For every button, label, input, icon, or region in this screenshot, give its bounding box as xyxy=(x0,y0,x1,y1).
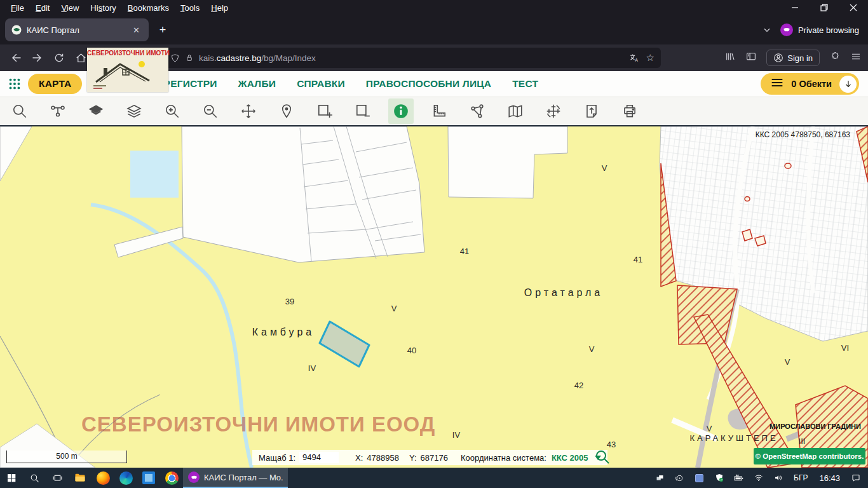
objects-badge[interactable]: 0 Обекти xyxy=(761,73,859,95)
app-menu-hamburger-icon[interactable] xyxy=(850,51,862,65)
browser-menu-bar: FileEditViewHistoryBookmarksToolsHelp xyxy=(0,0,868,15)
sign-in-label: Sign in xyxy=(787,53,813,63)
search-tool[interactable] xyxy=(7,98,32,124)
bookmark-star-icon[interactable]: ☆ xyxy=(646,52,654,64)
windows-taskbar: КАИС Портал — Mo... БГР 16:43 xyxy=(0,468,868,488)
sidebar-icon[interactable] xyxy=(745,51,757,65)
objects-menu-icon xyxy=(771,78,783,90)
locate-pin-tool[interactable] xyxy=(274,98,299,124)
firefox-taskbar-icon[interactable] xyxy=(92,468,114,488)
pan-tool[interactable] xyxy=(236,98,261,124)
extensions-puzzle-icon[interactable] xyxy=(829,51,841,65)
coordinate-grid-tool[interactable] xyxy=(541,98,566,124)
objects-count-label: 0 Обекти xyxy=(791,79,832,89)
library-icon[interactable] xyxy=(724,51,736,65)
tab-kais-portal[interactable]: КАИС Портал ✕ xyxy=(5,18,149,41)
site-favicon xyxy=(11,25,22,35)
window-controls xyxy=(780,0,868,15)
map-status-bar: Мащаб 1: 9494 X: 4788958 Y: 687176 Коорд… xyxy=(252,450,607,465)
taskbar-search-icon[interactable] xyxy=(23,468,46,488)
zoom-in-tool[interactable] xyxy=(159,98,185,124)
menu-tools[interactable]: Tools xyxy=(175,3,205,13)
apps-grid-icon[interactable] xyxy=(8,77,22,91)
url-bar[interactable]: kais.cadastre.bg/bg/Map/Index A ☆ xyxy=(95,48,661,68)
chrome-taskbar-icon[interactable] xyxy=(160,468,183,488)
scale-input[interactable]: 9494 xyxy=(299,452,339,463)
forward-button[interactable] xyxy=(28,48,47,67)
tab-close-icon[interactable]: ✕ xyxy=(130,24,142,36)
tray-display-icon[interactable] xyxy=(671,468,688,488)
start-button[interactable] xyxy=(0,468,23,488)
private-browsing-badge: Private browsing xyxy=(780,24,859,36)
action-center-icon[interactable] xyxy=(847,468,864,488)
x-value: 4788958 xyxy=(367,453,399,463)
nav-item-zhalbi[interactable]: ЖАЛБИ xyxy=(238,78,276,90)
menu-bar-items: FileEditViewHistoryBookmarksToolsHelp xyxy=(5,3,234,13)
identify-info-tool[interactable] xyxy=(388,98,414,124)
nav-item-spravki[interactable]: СПРАВКИ xyxy=(297,78,345,90)
company-logo-title: СЕВЕРОИЗТОЧНИ ИМОТИ xyxy=(87,50,168,57)
export-tool[interactable] xyxy=(579,98,604,124)
menu-file[interactable]: File xyxy=(5,3,30,13)
shield-icon[interactable] xyxy=(170,53,180,63)
map-sheets-tool[interactable] xyxy=(503,98,528,124)
reload-button[interactable] xyxy=(50,48,69,67)
active-window-title: КАИС Портал — Mo... xyxy=(204,473,283,482)
menu-edit[interactable]: Edit xyxy=(30,3,55,13)
lock-icon[interactable] xyxy=(185,53,194,62)
nav-item-karta[interactable]: КАРТА xyxy=(28,74,82,94)
back-button[interactable] xyxy=(6,48,25,67)
close-button[interactable] xyxy=(839,0,868,15)
layer-visibility-tool[interactable] xyxy=(83,98,109,124)
tray-remote-window-icon[interactable] xyxy=(691,468,708,488)
nav-item-pravosposobni-litsa[interactable]: ПРАВОСПОСОБНИ ЛИЦА xyxy=(366,78,491,90)
minimize-button[interactable] xyxy=(780,0,810,15)
tray-app-windows-icon[interactable] xyxy=(651,468,668,488)
tab-title: КАИС Портал xyxy=(27,25,130,35)
active-window-private-icon xyxy=(188,471,200,483)
new-tab-button[interactable]: + xyxy=(153,20,173,40)
tray-defender-shield-icon[interactable] xyxy=(710,468,728,488)
tray-battery-icon[interactable] xyxy=(730,468,747,488)
select-add-tool[interactable] xyxy=(312,98,337,124)
measure-length-tool[interactable] xyxy=(426,98,452,124)
menu-help[interactable]: Help xyxy=(205,3,234,13)
measure-area-tool[interactable] xyxy=(465,98,490,124)
map-search-icon[interactable] xyxy=(595,449,610,467)
nav-item-registri[interactable]: РЕГИСТРИ xyxy=(164,78,217,90)
clock[interactable]: 16:43 xyxy=(815,473,844,483)
osm-attribution[interactable]: © OpenStreetMap contributors. xyxy=(754,448,865,464)
sign-in-button[interactable]: Sign in xyxy=(766,50,820,66)
scale-label: Мащаб 1: xyxy=(259,453,295,463)
menu-history[interactable]: History xyxy=(85,3,121,13)
file-explorer-icon[interactable] xyxy=(69,468,92,488)
task-view-icon[interactable] xyxy=(46,468,69,488)
language-indicator[interactable]: БГР xyxy=(789,473,812,482)
menu-bookmarks[interactable]: Bookmarks xyxy=(122,3,175,13)
select-remove-tool[interactable] xyxy=(350,98,376,124)
restore-button[interactable] xyxy=(810,0,839,15)
translate-icon[interactable]: A xyxy=(629,53,640,64)
photos-taskbar-icon[interactable] xyxy=(137,468,160,488)
edge-taskbar-icon[interactable] xyxy=(114,468,137,488)
zoom-out-tool[interactable] xyxy=(198,98,223,124)
toolbar-map-divider xyxy=(0,125,868,126)
list-tabs-chevron-icon[interactable] xyxy=(763,25,771,34)
nav-item-test[interactable]: ТЕСТ xyxy=(512,78,538,90)
route-tool[interactable] xyxy=(45,98,71,124)
crs-value[interactable]: ККС 2005 xyxy=(552,453,588,463)
cadastral-map-graphics xyxy=(0,126,868,468)
menu-view[interactable]: View xyxy=(55,3,85,13)
tray-wifi-icon[interactable] xyxy=(750,468,767,488)
private-browsing-label: Private browsing xyxy=(798,25,859,35)
objects-expand-button[interactable] xyxy=(839,76,857,93)
layers-tool[interactable] xyxy=(121,98,147,124)
tray-volume-icon[interactable] xyxy=(770,468,787,488)
company-logo-house-icon xyxy=(87,57,168,91)
active-window-button[interactable]: КАИС Портал — Mo... xyxy=(183,468,288,488)
print-tool[interactable] xyxy=(617,98,642,124)
map-canvas[interactable] xyxy=(0,126,868,468)
svg-text:A: A xyxy=(635,58,638,63)
company-logo-overlay: СЕВЕРОИЗТОЧНИ ИМОТИ xyxy=(87,48,168,92)
url-text: kais.cadastre.bg/bg/Map/Index xyxy=(199,53,316,63)
